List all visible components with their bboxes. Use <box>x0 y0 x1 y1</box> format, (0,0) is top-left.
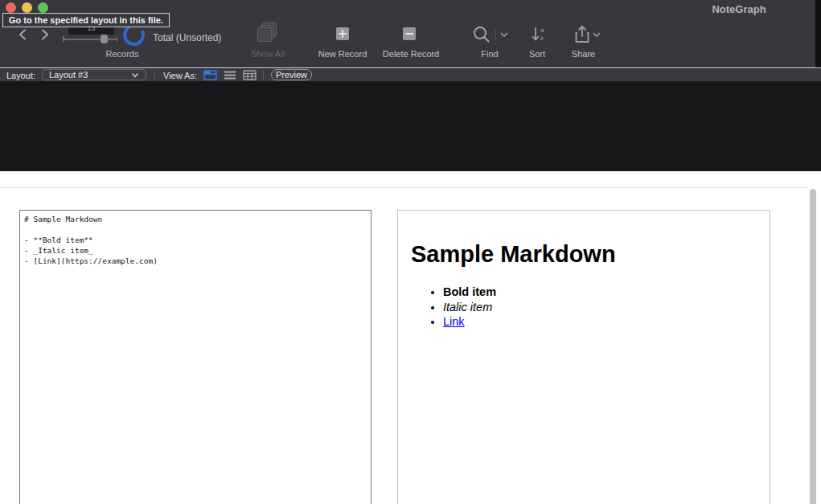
window-title: NoteGraph <box>708 3 770 15</box>
layout-background <box>0 81 821 171</box>
markdown-source-text: # Sample Markdown - **Bold item** - _Ita… <box>24 214 371 266</box>
sort-button[interactable]: Sort <box>521 49 553 59</box>
new-record-icon[interactable] <box>336 27 349 40</box>
chevron-left-icon <box>18 29 27 40</box>
new-record-button[interactable]: New Record <box>310 49 375 59</box>
search-icon[interactable] <box>473 26 491 43</box>
list-item-bold: Bold item <box>443 285 770 300</box>
list-view-icon[interactable] <box>224 70 236 80</box>
show-all-button[interactable]: Show All <box>244 49 292 59</box>
show-all-icon[interactable] <box>257 23 278 43</box>
slider-end-cap <box>117 36 118 42</box>
slider-track <box>63 39 117 40</box>
svg-text:z: z <box>540 35 544 42</box>
layout-tooltip: Go to the specified layout in this file. <box>2 13 170 27</box>
markdown-preview-field[interactable]: Sample Markdown Bold item Italic item Li… <box>397 210 770 504</box>
layout-select-value: Layout #3 <box>49 70 88 80</box>
app-window: NoteGraph 13 14 Total (Unsorted) Records <box>0 0 821 504</box>
chevron-down-icon <box>131 71 139 80</box>
slider-thumb[interactable] <box>101 35 108 43</box>
find-chevron-down-icon[interactable] <box>500 32 508 38</box>
table-view-icon[interactable] <box>243 70 257 80</box>
share-icon[interactable] <box>574 25 590 44</box>
delete-record-icon[interactable] <box>403 27 416 40</box>
layout-bar-divider <box>154 71 155 80</box>
records-group-label: Records <box>94 49 150 59</box>
zoom-window-button[interactable] <box>38 2 48 13</box>
minimize-window-button[interactable] <box>22 2 32 13</box>
share-chevron-down-icon[interactable] <box>593 32 601 38</box>
sort-az-icon[interactable]: a z <box>530 26 548 43</box>
page-top-rule <box>0 187 808 188</box>
list-item-italic: Italic item <box>443 300 770 315</box>
layout-bar: Layout: Layout #3 View As: <box>0 68 821 81</box>
find-button[interactable]: Find <box>474 49 506 59</box>
chevron-right-icon <box>41 29 49 40</box>
preview-link[interactable]: Link <box>443 315 465 328</box>
total-sorted-state: Total (Unsorted) <box>153 32 221 43</box>
find-divider <box>495 29 496 40</box>
close-window-button[interactable] <box>6 2 16 13</box>
view-as-label: View As: <box>163 70 197 81</box>
record-slider[interactable] <box>63 35 117 43</box>
next-record-button[interactable] <box>38 27 52 42</box>
vertical-scrollbar[interactable] <box>810 189 816 504</box>
preview-mode-button[interactable]: Preview <box>271 69 312 80</box>
preview-heading: Sample Markdown <box>411 241 770 268</box>
preview-list: Bold item Italic item Link <box>398 285 770 330</box>
delete-record-button[interactable]: Delete Record <box>375 49 447 59</box>
layout-label: Layout: <box>6 70 35 81</box>
layout-bar-divider-2 <box>263 71 264 80</box>
svg-text:a: a <box>540 27 544 34</box>
share-button[interactable]: Share <box>565 49 601 59</box>
markdown-source-field[interactable]: # Sample Markdown - **Bold item** - _Ita… <box>19 210 372 504</box>
form-view-icon[interactable] <box>203 70 217 80</box>
window-edge-gap <box>815 0 821 68</box>
toolbar: NoteGraph 13 14 Total (Unsorted) Records <box>0 0 815 68</box>
layout-select[interactable]: Layout #3 <box>42 69 146 80</box>
list-item-link: Link <box>443 314 770 330</box>
previous-record-button[interactable] <box>15 27 30 42</box>
